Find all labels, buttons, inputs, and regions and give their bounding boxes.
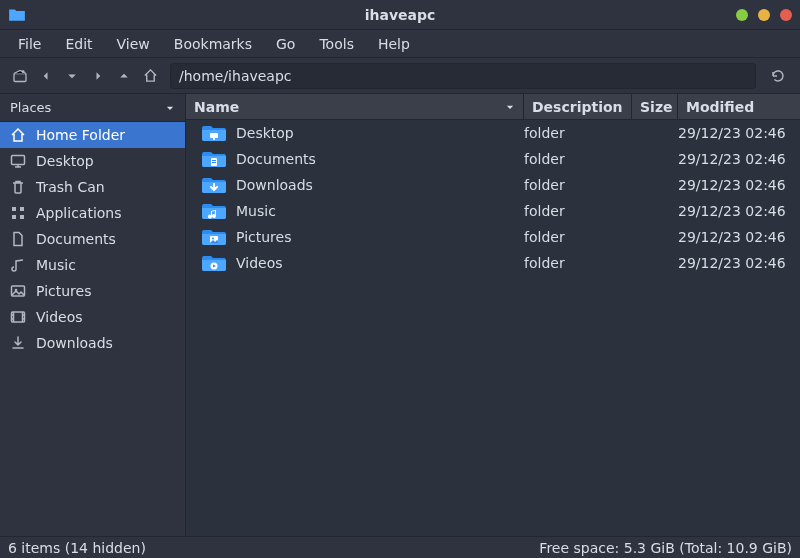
new-tab-button[interactable] bbox=[8, 64, 32, 88]
nav-back-button[interactable] bbox=[34, 64, 58, 88]
file-name: Desktop bbox=[236, 125, 294, 141]
file-description: folder bbox=[516, 203, 624, 219]
file-name: Music bbox=[236, 203, 276, 219]
reload-button[interactable] bbox=[764, 63, 792, 89]
sort-indicator-icon bbox=[505, 102, 515, 112]
window-title: ihaveapc bbox=[0, 7, 800, 23]
folder-pictures-icon bbox=[202, 227, 226, 247]
file-description: folder bbox=[516, 151, 624, 167]
sidebar-item-videos[interactable]: Videos bbox=[0, 304, 185, 330]
folder-downloads-icon bbox=[202, 175, 226, 195]
statusbar: 6 items (14 hidden) Free space: 5.3 GiB … bbox=[0, 536, 800, 558]
menu-tools[interactable]: Tools bbox=[307, 30, 366, 57]
file-row[interactable]: Musicfolder29/12/23 02:46 bbox=[186, 198, 800, 224]
nav-history-button[interactable] bbox=[60, 64, 84, 88]
file-modified: 29/12/23 02:46 bbox=[670, 151, 792, 167]
file-modified: 29/12/23 02:46 bbox=[670, 125, 792, 141]
menu-file[interactable]: File bbox=[6, 30, 53, 57]
file-list[interactable]: Desktopfolder29/12/23 02:46Documentsfold… bbox=[186, 120, 800, 536]
pictures-icon bbox=[10, 283, 26, 299]
window-close[interactable] bbox=[780, 9, 792, 21]
file-modified: 29/12/23 02:46 bbox=[670, 203, 792, 219]
file-name: Videos bbox=[236, 255, 283, 271]
sidebar-item-label: Downloads bbox=[36, 335, 113, 351]
sidebar-item-label: Applications bbox=[36, 205, 122, 221]
nav-up-button[interactable] bbox=[112, 64, 136, 88]
file-description: folder bbox=[516, 177, 624, 193]
sidebar-item-doc[interactable]: Documents bbox=[0, 226, 185, 252]
menubar: FileEditViewBookmarksGoToolsHelp bbox=[0, 30, 800, 58]
menu-view[interactable]: View bbox=[105, 30, 162, 57]
file-modified: 29/12/23 02:46 bbox=[670, 177, 792, 193]
file-view: Name Description Size Modified Desktopfo… bbox=[186, 94, 800, 536]
column-headers: Name Description Size Modified bbox=[186, 94, 800, 120]
sidebar-item-apps[interactable]: Applications bbox=[0, 200, 185, 226]
sidebar-item-label: Home Folder bbox=[36, 127, 125, 143]
toolbar: /home/ihaveapc bbox=[0, 58, 800, 94]
column-size[interactable]: Size bbox=[632, 94, 678, 119]
folder-desktop-icon bbox=[202, 123, 226, 143]
window-minimize[interactable] bbox=[736, 9, 748, 21]
file-name: Documents bbox=[236, 151, 316, 167]
sidebar-item-label: Pictures bbox=[36, 283, 91, 299]
sidebar-item-label: Documents bbox=[36, 231, 116, 247]
menu-bookmarks[interactable]: Bookmarks bbox=[162, 30, 264, 57]
file-description: folder bbox=[516, 255, 624, 271]
window-maximize[interactable] bbox=[758, 9, 770, 21]
sidebar-item-label: Trash Can bbox=[36, 179, 105, 195]
desktop-icon bbox=[10, 153, 26, 169]
file-name: Pictures bbox=[236, 229, 291, 245]
status-freespace: Free space: 5.3 GiB (Total: 10.9 GiB) bbox=[539, 540, 792, 556]
nav-forward-button[interactable] bbox=[86, 64, 110, 88]
nav-home-button[interactable] bbox=[138, 64, 162, 88]
file-modified: 29/12/23 02:46 bbox=[670, 229, 792, 245]
folder-videos-icon bbox=[202, 253, 226, 273]
sidebar-item-desktop[interactable]: Desktop bbox=[0, 148, 185, 174]
videos-icon bbox=[10, 309, 26, 325]
sidebar-item-home[interactable]: Home Folder bbox=[0, 122, 185, 148]
folder-doc-icon bbox=[202, 149, 226, 169]
menu-go[interactable]: Go bbox=[264, 30, 307, 57]
doc-icon bbox=[10, 231, 26, 247]
file-name: Downloads bbox=[236, 177, 313, 193]
file-row[interactable]: Videosfolder29/12/23 02:46 bbox=[186, 250, 800, 276]
sidebar-item-pictures[interactable]: Pictures bbox=[0, 278, 185, 304]
file-description: folder bbox=[516, 125, 624, 141]
sidebar-item-label: Music bbox=[36, 257, 76, 273]
status-items: 6 items (14 hidden) bbox=[8, 540, 146, 556]
file-description: folder bbox=[516, 229, 624, 245]
sidebar-item-music[interactable]: Music bbox=[0, 252, 185, 278]
music-icon bbox=[10, 257, 26, 273]
file-manager-window: ihaveapc FileEditViewBookmarksGoToolsHel… bbox=[0, 0, 800, 558]
file-modified: 29/12/23 02:46 bbox=[670, 255, 792, 271]
menu-edit[interactable]: Edit bbox=[53, 30, 104, 57]
file-row[interactable]: Documentsfolder29/12/23 02:46 bbox=[186, 146, 800, 172]
apps-icon bbox=[10, 205, 26, 221]
file-row[interactable]: Downloadsfolder29/12/23 02:46 bbox=[186, 172, 800, 198]
path-text: /home/ihaveapc bbox=[179, 68, 292, 84]
folder-music-icon bbox=[202, 201, 226, 221]
sidebar-item-label: Desktop bbox=[36, 153, 94, 169]
chevron-down-icon bbox=[165, 103, 175, 113]
file-row[interactable]: Picturesfolder29/12/23 02:46 bbox=[186, 224, 800, 250]
home-icon bbox=[10, 127, 26, 143]
path-input[interactable]: /home/ihaveapc bbox=[170, 63, 756, 89]
downloads-icon bbox=[10, 335, 26, 351]
places-header[interactable]: Places bbox=[0, 94, 185, 122]
menu-help[interactable]: Help bbox=[366, 30, 422, 57]
column-name[interactable]: Name bbox=[186, 94, 524, 119]
sidebar-item-downloads[interactable]: Downloads bbox=[0, 330, 185, 356]
titlebar[interactable]: ihaveapc bbox=[0, 0, 800, 30]
file-row[interactable]: Desktopfolder29/12/23 02:46 bbox=[186, 120, 800, 146]
trash-icon bbox=[10, 179, 26, 195]
places-label: Places bbox=[10, 100, 51, 115]
places-sidebar: Places Home FolderDesktopTrash CanApplic… bbox=[0, 94, 186, 536]
sidebar-item-trash[interactable]: Trash Can bbox=[0, 174, 185, 200]
sidebar-item-label: Videos bbox=[36, 309, 83, 325]
column-description[interactable]: Description bbox=[524, 94, 632, 119]
app-icon bbox=[8, 6, 26, 24]
column-modified[interactable]: Modified bbox=[678, 94, 800, 119]
